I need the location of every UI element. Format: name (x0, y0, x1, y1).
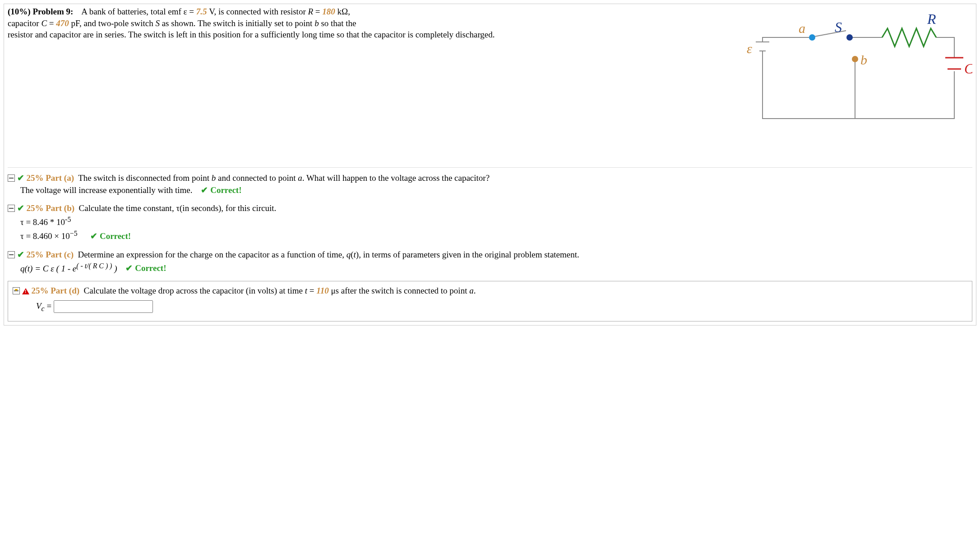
txt: capacitor (8, 18, 41, 28)
part-a-answer: The voltage will increase exponentially … (20, 185, 192, 195)
vc-eq: = (45, 301, 54, 311)
txt: V, is connected with resistor (207, 7, 308, 16)
collapse-icon[interactable] (8, 205, 15, 212)
part-a: ✔ 25% Part (a) The switch is disconnecte… (8, 172, 972, 196)
part-b-ans1: τ = 8.46 * 10 (20, 217, 65, 227)
parts: ✔ 25% Part (a) The switch is disconnecte… (8, 167, 972, 321)
weight: (10%) (8, 7, 31, 16)
C-label: C (964, 60, 972, 77)
part-d-question: Calculate the voltage drop across the ca… (84, 286, 476, 295)
circuit-svg: ε a S b R C (742, 6, 972, 137)
vc-label: Vc (36, 301, 45, 311)
check-icon: ✔ (17, 250, 24, 259)
b-label: b (860, 52, 867, 67)
txt: pF, and two-pole switch (69, 18, 156, 28)
part-c-status: ✔ Correct! (125, 264, 166, 273)
R-value: 180 (322, 7, 335, 16)
point-a-dot (809, 34, 815, 41)
part-a-status: ✔ Correct! (201, 185, 241, 195)
warning-icon (22, 288, 29, 294)
collapse-icon[interactable] (8, 251, 15, 258)
R-symbol: R (308, 7, 313, 16)
R-label: R (927, 11, 936, 27)
problem-title: Problem 9: (32, 7, 73, 16)
exp: −5 (70, 229, 78, 237)
check-icon: ✔ (17, 173, 24, 183)
txt: so that the (319, 18, 356, 28)
part-d: 25% Part (d) Calculate the voltage drop … (8, 281, 972, 321)
part-a-question: The switch is disconnected from point b … (78, 173, 490, 183)
part-b-ans2: τ = 8.460 × 10 (20, 231, 70, 241)
problem-statement: (10%) Problem 9: A bank of batteries, to… (8, 6, 742, 41)
part-b: ✔ 25% Part (b) Calculate the time consta… (8, 202, 972, 242)
part-c-question: Determine an expression for the charge o… (78, 250, 579, 259)
emf-value: 7.5 (196, 7, 207, 16)
eps-label: ε (747, 41, 752, 56)
S-symbol: S (155, 18, 160, 28)
expand-icon[interactable] (13, 287, 20, 294)
part-c-answer: q(t) = C ε ( 1 - e( - t/( R C ) ) ) (20, 264, 117, 273)
txt: A bank of batteries, total emf ε = (81, 7, 196, 16)
check-icon: ✔ (17, 203, 24, 213)
txt: = (47, 18, 56, 28)
C-value: 470 (56, 18, 69, 28)
circuit-diagram: ε a S b R C (742, 6, 972, 137)
point-b-dot (852, 56, 858, 62)
resistor-icon (882, 28, 936, 46)
part-b-status: ✔ Correct! (90, 231, 131, 241)
part-c: ✔ 25% Part (c) Determine an expression f… (8, 249, 972, 275)
txt: kΩ, (335, 7, 350, 16)
part-d-label: 25% Part (d) (32, 286, 80, 295)
vc-input[interactable] (54, 300, 153, 313)
exp: -5 (65, 216, 71, 223)
part-c-label: 25% Part (c) (27, 250, 74, 259)
txt: as shown. The switch is initially set to… (160, 18, 314, 28)
switch-pivot (846, 34, 853, 41)
S-label: S (835, 19, 842, 35)
a-label: a (799, 21, 805, 36)
C-symbol: C (41, 18, 47, 28)
b-symbol: b (314, 18, 319, 28)
txt: resistor and capacitor are in series. Th… (8, 30, 495, 39)
problem-container: (10%) Problem 9: A bank of batteries, to… (4, 4, 976, 326)
collapse-icon[interactable] (8, 174, 15, 182)
txt: = (313, 7, 322, 16)
part-b-label: 25% Part (b) (27, 203, 75, 213)
part-b-question: Calculate the time constant, τ(in second… (79, 203, 277, 213)
part-a-label: 25% Part (a) (27, 173, 74, 183)
problem-header: (10%) Problem 9: A bank of batteries, to… (8, 6, 972, 137)
